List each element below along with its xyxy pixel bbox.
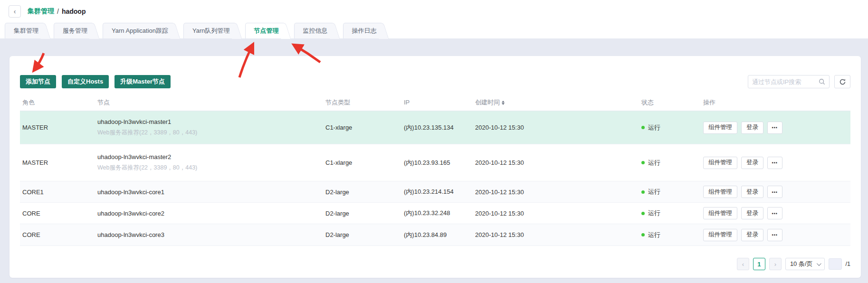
table-row[interactable]: MASTER uhadoop-ln3wvkci-master2 Web服务器推荐… <box>20 144 850 181</box>
tab-service-management[interactable]: 服务管理 <box>54 23 92 38</box>
created-time: 2020-10-12 15:30 <box>473 159 639 166</box>
component-manage-button[interactable]: 组件管理 <box>703 207 737 219</box>
login-button[interactable]: 登录 <box>741 229 763 241</box>
table-row[interactable]: MASTER uhadoop-ln3wvkci-master1 Web服务器推荐… <box>20 111 850 144</box>
node-ip: (内)10.23.93.165 <box>401 159 473 167</box>
total-pages-label: /1 <box>846 261 850 267</box>
prev-page-button[interactable]: ‹ <box>737 258 749 270</box>
status-dot-icon <box>641 212 645 215</box>
tab-bar: 集群管理 服务管理 Yarn Application跟踪 Yarn队列管理 节点… <box>0 23 868 38</box>
node-type: C1-xlarge <box>323 124 401 131</box>
breadcrumb-cluster-management[interactable]: 集群管理 <box>28 7 54 16</box>
search-box <box>748 75 830 88</box>
role-label: CORE <box>20 231 95 238</box>
tab-cluster-management[interactable]: 集群管理 <box>5 23 43 38</box>
col-role: 角色 <box>20 98 95 107</box>
component-manage-button[interactable]: 组件管理 <box>703 122 737 134</box>
node-name: uhadoop-ln3wvkci-master2 <box>97 153 323 160</box>
status-badge: 运行 <box>639 209 701 217</box>
node-ip: (内)10.23.135.134 <box>401 123 473 132</box>
tab-monitoring[interactable]: 监控信息 <box>294 23 333 38</box>
status-label: 运行 <box>648 188 660 196</box>
node-note: Web服务器推荐(22，3389，80，443) <box>97 164 323 172</box>
component-manage-button[interactable]: 组件管理 <box>703 229 737 241</box>
table-row[interactable]: CORE uhadoop-ln3wvkci-core3 D2-large (内)… <box>20 224 850 246</box>
sort-icon[interactable] <box>502 101 505 105</box>
node-management-panel: 添加节点 自定义Hosts 升级Master节点 角色 <box>10 56 861 278</box>
node-name: uhadoop-ln3wvkci-core1 <box>97 189 323 196</box>
node-ip: (内)10.23.214.154 <box>401 188 473 196</box>
col-status: 状态 <box>639 98 701 107</box>
status-badge: 运行 <box>639 159 701 167</box>
created-time: 2020-10-12 15:30 <box>473 231 639 238</box>
node-type: D2-large <box>323 210 401 217</box>
created-time: 2020-10-12 15:30 <box>473 189 639 196</box>
col-node-type: 节点类型 <box>323 98 401 107</box>
table-row[interactable]: CORE1 uhadoop-ln3wvkci-core1 D2-large (内… <box>20 181 850 203</box>
back-button[interactable]: ‹ <box>9 5 21 18</box>
role-label: MASTER <box>20 124 95 131</box>
refresh-icon <box>839 78 846 85</box>
more-actions-button[interactable]: ⋯ <box>767 207 782 219</box>
node-name: uhadoop-ln3wvkci-core2 <box>97 210 323 217</box>
node-name: uhadoop-ln3wvkci-core3 <box>97 231 323 238</box>
login-button[interactable]: 登录 <box>741 157 763 169</box>
node-note: Web服务器推荐(22，3389，80，443) <box>97 129 323 137</box>
table-body: MASTER uhadoop-ln3wvkci-master1 Web服务器推荐… <box>20 111 850 246</box>
login-button[interactable]: 登录 <box>741 122 763 134</box>
more-actions-button[interactable]: ⋯ <box>767 229 782 241</box>
breadcrumb-current-cluster: hadoop <box>62 8 86 15</box>
component-manage-button[interactable]: 组件管理 <box>703 186 737 198</box>
col-node: 节点 <box>95 98 323 107</box>
status-dot-icon <box>641 161 645 164</box>
chevron-left-icon: ‹ <box>14 8 16 15</box>
status-label: 运行 <box>648 209 660 217</box>
node-type: C1-xlarge <box>323 159 401 166</box>
role-label: CORE1 <box>20 189 95 196</box>
page-size-select[interactable]: 10 条/页 <box>785 258 825 270</box>
created-time: 2020-10-12 15:30 <box>473 124 639 131</box>
content-area: 添加节点 自定义Hosts 升级Master节点 角色 <box>0 38 868 283</box>
table-row[interactable]: CORE uhadoop-ln3wvkci-core2 D2-large (内)… <box>20 203 850 224</box>
tab-yarn-application[interactable]: Yarn Application跟踪 <box>103 23 173 38</box>
node-ip: (内)10.23.84.89 <box>401 231 473 239</box>
status-label: 运行 <box>648 123 660 132</box>
chevron-down-icon <box>817 261 821 266</box>
search-input[interactable] <box>752 78 819 85</box>
login-button[interactable]: 登录 <box>741 207 763 219</box>
add-node-button[interactable]: 添加节点 <box>20 75 56 88</box>
more-actions-button[interactable]: ⋯ <box>767 122 782 134</box>
breadcrumb-bar: ‹ 集群管理 / hadoop <box>0 0 868 23</box>
more-actions-button[interactable]: ⋯ <box>767 186 782 198</box>
tab-yarn-queue[interactable]: Yarn队列管理 <box>183 23 235 38</box>
refresh-button[interactable] <box>834 75 850 88</box>
custom-hosts-button[interactable]: 自定义Hosts <box>62 75 109 88</box>
breadcrumb-separator: / <box>57 8 59 15</box>
status-dot-icon <box>641 126 645 129</box>
node-table: 角色 节点 节点类型 IP 创建时间 状态 操作 MASTER uhadoop-… <box>20 94 850 246</box>
status-badge: 运行 <box>639 188 701 196</box>
next-page-button[interactable]: › <box>769 258 782 270</box>
search-icon[interactable] <box>819 78 825 85</box>
status-dot-icon <box>641 190 645 194</box>
tab-operation-log[interactable]: 操作日志 <box>343 23 382 38</box>
status-badge: 运行 <box>639 231 701 239</box>
node-type: D2-large <box>323 231 401 238</box>
tab-node-management[interactable]: 节点管理 <box>245 23 284 38</box>
more-actions-button[interactable]: ⋯ <box>767 157 782 169</box>
page-jump-input[interactable] <box>829 258 842 270</box>
node-ip: (内)10.23.32.248 <box>401 209 473 217</box>
upgrade-master-button[interactable]: 升级Master节点 <box>114 75 171 88</box>
role-label: MASTER <box>20 159 95 166</box>
node-type: D2-large <box>323 189 401 196</box>
pagination: ‹ 1 › 10 条/页 /1 <box>737 258 850 270</box>
status-label: 运行 <box>648 231 660 239</box>
login-button[interactable]: 登录 <box>741 186 763 198</box>
col-ip: IP <box>401 99 473 106</box>
current-page-button[interactable]: 1 <box>753 258 765 270</box>
status-badge: 运行 <box>639 123 701 132</box>
component-manage-button[interactable]: 组件管理 <box>703 157 737 169</box>
role-label: CORE <box>20 210 95 217</box>
breadcrumb: 集群管理 / hadoop <box>28 7 86 16</box>
col-actions: 操作 <box>701 98 850 107</box>
